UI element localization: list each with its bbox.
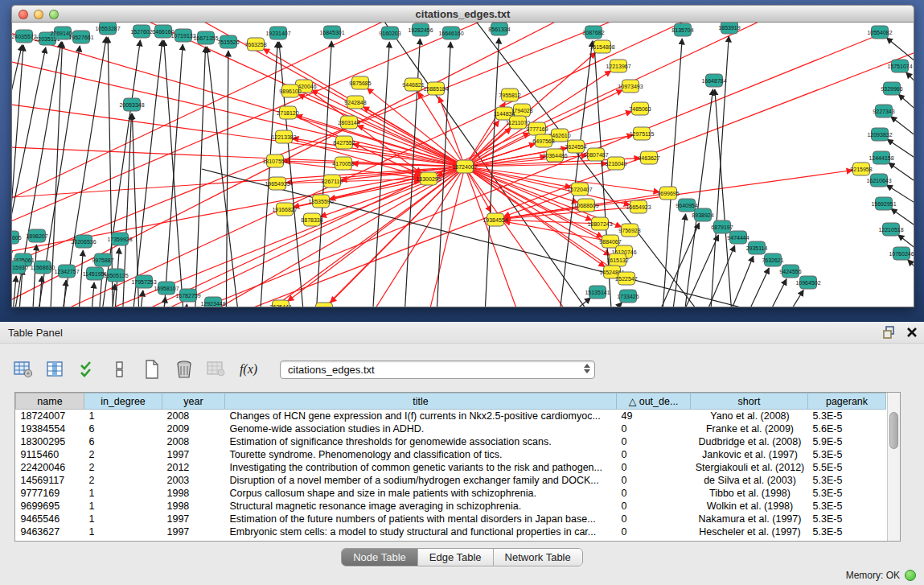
cell-year[interactable]: 1998 bbox=[162, 500, 225, 513]
cell-year[interactable]: 2009 bbox=[162, 422, 225, 435]
cell-pagerank[interactable]: 5.6E-5 bbox=[808, 422, 886, 435]
cell-in_degree[interactable]: 2 bbox=[84, 448, 162, 461]
cell-year[interactable]: 1997 bbox=[162, 513, 225, 525]
table-select-dropdown[interactable]: citations_edges.txt bbox=[280, 360, 595, 379]
table-row[interactable]: 2242004622012Investigating the contribut… bbox=[16, 461, 886, 474]
table-row[interactable]: 946362711997Embryonic stem cells: a mode… bbox=[16, 525, 886, 538]
table-row[interactable]: 946554611997Estimation of the future num… bbox=[16, 513, 886, 525]
cell-out_de[interactable]: 0 bbox=[617, 513, 691, 525]
cell-short[interactable]: Jankovic et al. (1997) bbox=[691, 448, 808, 461]
float-panel-icon[interactable] bbox=[883, 326, 897, 339]
network-window-titlebar[interactable]: citations_edges.txt bbox=[11, 5, 914, 23]
cell-in_degree[interactable]: 1 bbox=[84, 500, 162, 513]
cell-out_de[interactable]: 0 bbox=[617, 461, 691, 474]
column-header-title[interactable]: title bbox=[225, 393, 617, 410]
delete-rows-icon[interactable] bbox=[172, 357, 196, 381]
cell-short[interactable]: Wolkin et al. (1998) bbox=[691, 500, 808, 513]
table-row[interactable]: 1830029562008Estimation of significance … bbox=[16, 435, 886, 448]
cell-short[interactable]: Dudbridge et al. (2008) bbox=[691, 435, 808, 448]
cell-year[interactable]: 2012 bbox=[162, 461, 225, 474]
cell-in_degree[interactable]: 1 bbox=[84, 487, 162, 500]
cell-title[interactable]: Tourette syndrome. Phenomenology and cla… bbox=[225, 448, 617, 461]
cell-pagerank[interactable]: 5.3E-5 bbox=[808, 487, 886, 500]
tab-node-table[interactable]: Node Table bbox=[342, 549, 418, 566]
cell-title[interactable]: Embryonic stem cells: a model to study s… bbox=[225, 525, 617, 538]
cell-out_de[interactable]: 0 bbox=[617, 500, 691, 513]
tab-network-table[interactable]: Network Table bbox=[494, 549, 582, 566]
cell-name[interactable]: 14569117 bbox=[16, 474, 84, 487]
cell-out_de[interactable]: 49 bbox=[617, 410, 691, 422]
select-all-icon[interactable] bbox=[76, 357, 100, 381]
cell-title[interactable]: Disruption of a novel member of a sodium… bbox=[225, 474, 617, 487]
scrollbar-thumb[interactable] bbox=[889, 412, 898, 449]
function-builder-icon[interactable]: f(x) bbox=[236, 357, 261, 381]
cell-title[interactable]: Investigating the contribution of common… bbox=[225, 461, 617, 474]
cell-short[interactable]: Yano et al. (2008) bbox=[691, 410, 808, 422]
cell-out_de[interactable]: 0 bbox=[617, 525, 691, 538]
cell-short[interactable]: Franke et al. (2009) bbox=[691, 422, 808, 435]
cell-short[interactable]: de Silva et al. (2003) bbox=[691, 474, 808, 487]
cell-year[interactable]: 1998 bbox=[162, 487, 225, 500]
cell-name[interactable]: 18300295 bbox=[16, 435, 84, 448]
table-options-icon[interactable] bbox=[11, 357, 35, 381]
cell-pagerank[interactable]: 5.3E-5 bbox=[808, 448, 886, 461]
column-header-in_degree[interactable]: in_degree bbox=[84, 393, 162, 410]
cell-title[interactable]: Corpus callosum shape and size in male p… bbox=[225, 487, 617, 500]
cell-year[interactable]: 2008 bbox=[162, 410, 225, 422]
cell-out_de[interactable]: 0 bbox=[617, 448, 691, 461]
column-header-out_de[interactable]: △ out_de... bbox=[617, 393, 691, 410]
table-row[interactable]: 911546021997Tourette syndrome. Phenomeno… bbox=[16, 448, 886, 461]
table-row[interactable]: 977716911998Corpus callosum shape and si… bbox=[16, 487, 886, 500]
cell-year[interactable]: 2003 bbox=[162, 474, 225, 487]
cell-pagerank[interactable]: 5.5E-5 bbox=[808, 461, 886, 474]
cell-name[interactable]: 9699695 bbox=[16, 500, 84, 513]
cell-short[interactable]: Tibbo et al. (1998) bbox=[691, 487, 808, 500]
row-height-icon[interactable] bbox=[108, 357, 132, 381]
cell-in_degree[interactable]: 6 bbox=[84, 422, 162, 435]
network-node[interactable] bbox=[316, 303, 333, 307]
cell-title[interactable]: Genome-wide association studies in ADHD. bbox=[225, 422, 617, 435]
column-header-year[interactable]: year bbox=[162, 393, 225, 410]
cell-name[interactable]: 9777169 bbox=[16, 487, 84, 500]
cell-name[interactable]: 19384554 bbox=[16, 422, 84, 435]
cell-short[interactable]: Nakamura et al. (1997) bbox=[691, 513, 808, 525]
cell-year[interactable]: 1997 bbox=[162, 525, 225, 538]
cell-out_de[interactable]: 0 bbox=[617, 422, 691, 435]
table-row[interactable]: 1456911722003Disruption of a novel membe… bbox=[16, 474, 886, 487]
table-row[interactable]: 969969511998Structural magnetic resonanc… bbox=[16, 500, 886, 513]
table-row[interactable]: 1938455462009Genome-wide association stu… bbox=[16, 422, 886, 435]
column-header-name[interactable]: name bbox=[16, 393, 84, 410]
cell-name[interactable]: 22420046 bbox=[16, 461, 84, 474]
cell-out_de[interactable]: 0 bbox=[617, 435, 691, 448]
cell-year[interactable]: 2008 bbox=[162, 435, 225, 448]
show-column-icon[interactable] bbox=[43, 357, 68, 381]
network-canvas[interactable]: 1872400718300295193845542242004698961002… bbox=[11, 23, 914, 307]
cell-name[interactable]: 18724007 bbox=[16, 410, 84, 422]
column-header-pagerank[interactable]: pagerank bbox=[808, 393, 886, 410]
column-header-short[interactable]: short bbox=[691, 393, 808, 410]
cell-in_degree[interactable]: 1 bbox=[84, 410, 162, 422]
cell-out_de[interactable]: 0 bbox=[617, 487, 691, 500]
table-scrollbar[interactable] bbox=[887, 393, 900, 541]
cell-in_degree[interactable]: 1 bbox=[84, 525, 162, 538]
cell-short[interactable]: Stergiakouli et al. (2012) bbox=[691, 461, 808, 474]
cell-pagerank[interactable]: 5.3E-5 bbox=[808, 474, 886, 487]
cell-title[interactable]: Changes of HCN gene expression and I(f) … bbox=[225, 410, 617, 422]
cell-name[interactable]: 9463627 bbox=[16, 525, 84, 538]
cell-pagerank[interactable]: 5.3E-5 bbox=[808, 410, 886, 422]
cell-pagerank[interactable]: 5.9E-5 bbox=[808, 435, 886, 448]
cell-pagerank[interactable]: 5.3E-5 bbox=[808, 525, 886, 538]
close-icon[interactable] bbox=[906, 327, 918, 338]
cell-out_de[interactable]: 0 bbox=[617, 474, 691, 487]
cell-title[interactable]: Estimation of significance thresholds fo… bbox=[225, 435, 617, 448]
new-table-icon[interactable] bbox=[140, 357, 164, 381]
cell-title[interactable]: Structural magnetic resonance image aver… bbox=[225, 500, 617, 513]
memory-status-icon[interactable] bbox=[905, 570, 916, 581]
cell-pagerank[interactable]: 5.3E-5 bbox=[808, 513, 886, 525]
cell-title[interactable]: Estimation of the future numbers of pati… bbox=[225, 513, 617, 525]
cell-in_degree[interactable]: 1 bbox=[84, 513, 162, 525]
cell-year[interactable]: 1997 bbox=[162, 448, 225, 461]
cell-in_degree[interactable]: 6 bbox=[84, 435, 162, 448]
cell-short[interactable]: Hescheler et al. (1997) bbox=[691, 525, 808, 538]
cell-in_degree[interactable]: 2 bbox=[84, 461, 162, 474]
